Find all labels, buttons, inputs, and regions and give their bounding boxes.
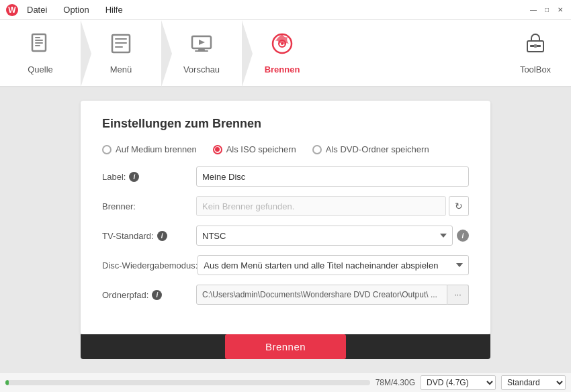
tv-standard-label: TV-Standard: i xyxy=(102,231,196,241)
svg-rect-6 xyxy=(35,45,40,46)
disc-mode-row: Disc-Wiedergabemodus: Aus dem Menü start… xyxy=(102,255,469,275)
menu-option[interactable]: Option xyxy=(60,3,91,16)
toolbox-label: ToolBox xyxy=(520,64,551,75)
status-bar: 78M/4.30G DVD (4.7G) DVD DL (8.5G) Blu-r… xyxy=(0,372,571,392)
label-input[interactable] xyxy=(196,166,469,187)
refresh-button[interactable]: ↻ xyxy=(449,196,469,216)
folder-browse-button[interactable]: ··· xyxy=(447,285,469,305)
label-info-icon[interactable]: i xyxy=(129,172,139,182)
menu-bar: Datei Option Hilfe xyxy=(24,3,126,16)
radio-dvd-folder[interactable]: Als DVD-Ordner speichern xyxy=(312,144,429,154)
quelle-icon xyxy=(28,32,52,60)
progress-bar-fill xyxy=(5,380,9,385)
folder-path-info-icon[interactable]: i xyxy=(152,290,162,300)
menu-hilfe[interactable]: Hilfe xyxy=(103,3,126,16)
storage-info: 78M/4.30G xyxy=(376,378,415,387)
radio-dvd-folder-circle xyxy=(312,145,322,154)
progress-bar-container xyxy=(5,380,370,385)
brennen-icon xyxy=(270,32,294,60)
action-bar: Brennen xyxy=(81,334,490,359)
label-field-label: Label: i xyxy=(102,172,196,182)
folder-path-input[interactable] xyxy=(196,285,447,305)
label-row: Label: i xyxy=(102,166,469,187)
svg-rect-3 xyxy=(35,37,40,38)
menue-icon xyxy=(109,32,133,60)
quality-select[interactable]: Standard High Quality xyxy=(501,375,566,390)
tv-standard-info-icon[interactable]: i xyxy=(157,231,167,241)
brenner-select[interactable]: Kein Brenner gefunden. xyxy=(196,196,446,216)
tv-standard-row: TV-Standard: i NTSC PAL i xyxy=(102,226,469,246)
title-bar: W Datei Option Hilfe — □ ✕ xyxy=(0,0,571,20)
window-controls: — □ ✕ xyxy=(528,5,566,15)
tab-quelle-label: Quelle xyxy=(28,64,53,75)
radio-dvd-folder-label: Als DVD-Ordner speichern xyxy=(326,144,429,154)
vorschau-icon xyxy=(189,32,214,60)
toolbar: Quelle Menü xyxy=(0,20,571,87)
close-button[interactable]: ✕ xyxy=(555,5,566,15)
svg-rect-5 xyxy=(35,42,43,44)
burn-button[interactable]: Brennen xyxy=(225,334,346,359)
svg-rect-20 xyxy=(534,44,537,48)
tab-vorschau-label: Vorschau xyxy=(183,64,220,75)
svg-marker-12 xyxy=(199,40,205,45)
toolbox-button[interactable]: ToolBox xyxy=(505,20,566,86)
tab-brennen-label: Brennen xyxy=(265,64,300,75)
brenner-field-label: Brenner: xyxy=(102,201,196,211)
tab-quelle[interactable]: Quelle xyxy=(0,20,81,86)
radio-medium-circle xyxy=(102,145,112,154)
disc-mode-label: Disc-Wiedergabemodus: xyxy=(102,260,197,271)
radio-iso-circle xyxy=(213,145,222,154)
radio-medium[interactable]: Auf Medium brennen xyxy=(102,144,197,154)
tab-vorschau[interactable]: Vorschau xyxy=(161,20,242,86)
radio-iso[interactable]: Als ISO speichern xyxy=(213,144,296,154)
svg-rect-14 xyxy=(195,50,208,52)
tab-menue[interactable]: Menü xyxy=(81,20,161,86)
svg-text:W: W xyxy=(8,5,16,15)
tv-standard-right-info[interactable]: i xyxy=(457,230,469,242)
folder-path-label: Ordnerpfad: i xyxy=(102,290,196,300)
brenner-row: Brenner: Kein Brenner gefunden. ↻ xyxy=(102,196,469,216)
settings-card: Einstellungen zum Brennen Auf Medium bre… xyxy=(81,101,490,334)
radio-medium-label: Auf Medium brennen xyxy=(116,144,197,154)
radio-iso-label: Als ISO speichern xyxy=(226,144,296,154)
nav-tabs: Quelle Menü xyxy=(0,20,505,86)
folder-path-row: Ordnerpfad: i ··· xyxy=(102,285,469,305)
tv-standard-select[interactable]: NTSC PAL xyxy=(196,226,453,246)
svg-rect-8 xyxy=(115,38,127,40)
svg-rect-10 xyxy=(115,46,123,48)
svg-rect-9 xyxy=(115,42,127,44)
menu-datei[interactable]: Datei xyxy=(24,3,50,16)
maximize-button[interactable]: □ xyxy=(541,5,552,15)
settings-title: Einstellungen zum Brennen xyxy=(102,117,469,131)
svg-rect-4 xyxy=(35,40,43,41)
main-content: Einstellungen zum Brennen Auf Medium bre… xyxy=(0,87,571,372)
disc-type-select[interactable]: DVD (4.7G) DVD DL (8.5G) Blu-ray (25G) xyxy=(421,375,496,390)
toolbox-icon xyxy=(523,32,547,60)
tab-brennen[interactable]: Brennen xyxy=(242,20,322,86)
disc-mode-select[interactable]: Aus dem Menü starten und alle Titel nach… xyxy=(197,255,469,275)
tab-menue-label: Menü xyxy=(110,64,132,75)
minimize-button[interactable]: — xyxy=(528,5,539,15)
radio-group: Auf Medium brennen Als ISO speichern Als… xyxy=(102,144,469,154)
app-logo: W xyxy=(5,3,19,17)
